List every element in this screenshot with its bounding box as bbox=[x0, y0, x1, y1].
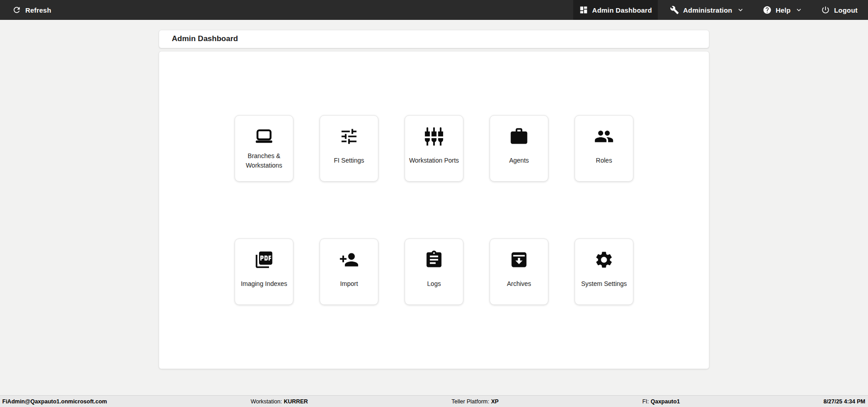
people-icon bbox=[594, 126, 614, 146]
clipboard-icon bbox=[424, 250, 444, 270]
status-datetime: 8/27/25 4:34 PM bbox=[824, 398, 865, 405]
status-teller-platform: Teller Platform: XP bbox=[452, 398, 499, 405]
tile-roles[interactable]: Roles bbox=[575, 115, 633, 182]
platform-value: XP bbox=[491, 398, 499, 405]
pdf-icon bbox=[254, 250, 274, 270]
help-icon bbox=[763, 5, 772, 14]
platform-label: Teller Platform: bbox=[452, 398, 489, 405]
fi-value: Qaxpauto1 bbox=[651, 398, 680, 405]
main-content: Admin Dashboard Branches & Workstations … bbox=[159, 30, 709, 369]
tile-workstation-ports[interactable]: Workstation Ports bbox=[405, 115, 463, 182]
page-title-card: Admin Dashboard bbox=[159, 30, 709, 48]
refresh-label: Refresh bbox=[25, 6, 51, 14]
tile-label: System Settings bbox=[581, 279, 627, 289]
fi-label: FI: bbox=[642, 398, 649, 405]
tile-label: Logs bbox=[427, 279, 441, 289]
tile-label-wrap: Import bbox=[340, 270, 358, 298]
briefcase-icon bbox=[509, 126, 529, 146]
nav-label: Administration bbox=[683, 6, 732, 14]
tile-label: Archives bbox=[507, 279, 531, 289]
power-icon bbox=[821, 5, 830, 14]
nav-item-admin-dashboard[interactable]: Admin Dashboard bbox=[573, 0, 658, 20]
tile-label-wrap: Roles bbox=[596, 146, 612, 175]
tile-fi-settings[interactable]: FI Settings bbox=[320, 115, 378, 182]
tile-label: FI Settings bbox=[334, 156, 364, 165]
wrench-icon bbox=[670, 5, 679, 14]
tune-sliders-icon bbox=[339, 126, 359, 146]
tile-system-settings[interactable]: System Settings bbox=[575, 239, 633, 305]
nav-item-administration[interactable]: Administration bbox=[664, 0, 750, 20]
chevron-down-icon bbox=[736, 6, 745, 14]
gear-icon bbox=[594, 250, 614, 270]
tile-agents[interactable]: Agents bbox=[490, 115, 548, 182]
tile-label-wrap: Archives bbox=[507, 270, 531, 298]
dashboard-icon bbox=[579, 5, 588, 14]
tile-label: Agents bbox=[509, 156, 529, 165]
tile-label: Imaging Indexes bbox=[241, 279, 288, 289]
topbar: Refresh Admin Dashboard Administration H… bbox=[0, 0, 868, 20]
tile-label: Roles bbox=[596, 156, 612, 165]
tile-label-wrap: Branches & Workstations bbox=[239, 146, 289, 175]
tile-label: Workstation Ports bbox=[409, 156, 459, 165]
dashboard-tile-grid: Branches & Workstations FI Settings Work… bbox=[159, 51, 709, 369]
status-fi: FI: Qaxpauto1 bbox=[642, 398, 680, 405]
refresh-icon bbox=[12, 5, 21, 14]
component-ports-icon bbox=[424, 126, 444, 146]
workstation-label: Workstation: bbox=[250, 398, 282, 405]
nav-label: Help bbox=[776, 6, 791, 14]
tile-label-wrap: Logs bbox=[427, 270, 441, 298]
tile-label-wrap: Workstation Ports bbox=[409, 146, 459, 175]
tile-import[interactable]: Import bbox=[320, 239, 378, 305]
archive-icon bbox=[509, 250, 529, 270]
tile-branches-workstations[interactable]: Branches & Workstations bbox=[235, 115, 293, 182]
tile-imaging-indexes[interactable]: Imaging Indexes bbox=[235, 239, 293, 305]
laptop-icon bbox=[254, 126, 274, 146]
status-user: FiAdmin@Qaxpauto1.onmicrosoft.com bbox=[2, 398, 107, 405]
topbar-nav: Admin Dashboard Administration Help L bbox=[573, 0, 863, 20]
tile-label: Import bbox=[340, 279, 358, 289]
chevron-down-icon bbox=[795, 6, 803, 14]
nav-label: Logout bbox=[834, 6, 858, 14]
status-workstation: Workstation: KURRER bbox=[250, 398, 308, 405]
tile-label: Branches & Workstations bbox=[239, 151, 289, 170]
datetime-value: 8/27/25 4:34 PM bbox=[824, 398, 865, 405]
nav-item-help[interactable]: Help bbox=[757, 0, 809, 20]
refresh-button[interactable]: Refresh bbox=[6, 0, 57, 20]
page-title: Admin Dashboard bbox=[172, 34, 238, 43]
tile-label-wrap: System Settings bbox=[581, 270, 627, 298]
nav-label: Admin Dashboard bbox=[592, 6, 652, 14]
tile-label-wrap: Agents bbox=[509, 146, 529, 175]
status-bar: FiAdmin@Qaxpauto1.onmicrosoft.com Workst… bbox=[0, 395, 868, 407]
workstation-value: KURRER bbox=[284, 398, 308, 405]
nav-item-logout[interactable]: Logout bbox=[815, 0, 863, 20]
tile-logs[interactable]: Logs bbox=[405, 239, 463, 305]
tile-label-wrap: FI Settings bbox=[334, 146, 364, 175]
tile-archives[interactable]: Archives bbox=[490, 239, 548, 305]
user-email: FiAdmin@Qaxpauto1.onmicrosoft.com bbox=[2, 398, 107, 405]
tile-label-wrap: Imaging Indexes bbox=[241, 270, 288, 298]
person-add-icon bbox=[339, 250, 359, 270]
